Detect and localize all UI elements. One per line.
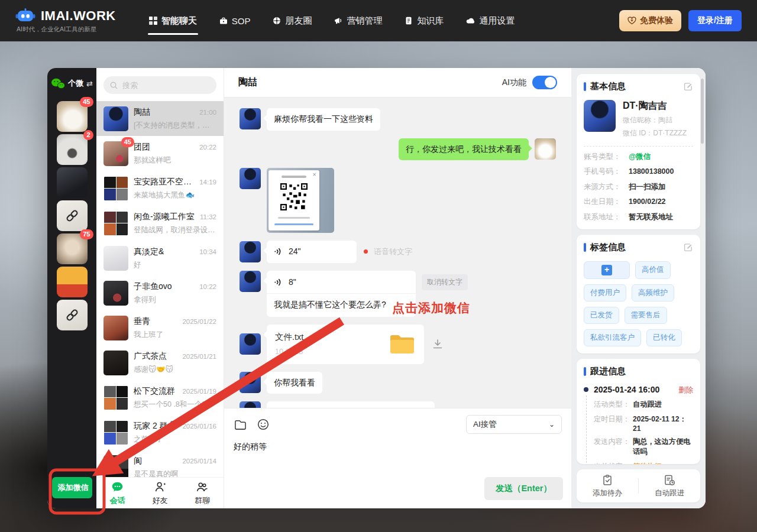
- chat-list-item[interactable]: 玩家 2 群2025/01/16 之前…了: [96, 415, 224, 450]
- people-icon: [196, 481, 209, 494]
- basic-info-title: 基本信息: [590, 81, 626, 92]
- add-wechat-button[interactable]: 添加微信: [52, 477, 92, 498]
- brand-tagline: AI时代，企业化AI工具的新星: [17, 25, 116, 34]
- tag[interactable]: 需要售后: [625, 307, 667, 324]
- tag[interactable]: 私欲引流客户: [584, 329, 641, 346]
- account-avatar-puppet[interactable]: [57, 267, 88, 297]
- message-time: 2025/01/22: [182, 318, 216, 325]
- tab-label: 群聊: [195, 495, 210, 506]
- chat-list-item[interactable]: 松下交流群2025/01/19 想买一个50 .8和一个80: [96, 380, 224, 415]
- chat-list-item[interactable]: 45 团团20:22 那就这样吧: [96, 136, 224, 171]
- wxid-value: DT·TZZZZ: [653, 129, 687, 137]
- folder-file-icon: [389, 333, 416, 355]
- unread-badge: 2: [83, 130, 93, 140]
- switch-account-icon[interactable]: ⇄: [86, 79, 93, 88]
- tab-conversations[interactable]: 会话: [96, 481, 139, 506]
- tag[interactable]: 高频维护: [632, 284, 674, 301]
- message-snippet: 那就这样吧: [134, 155, 216, 166]
- add-tag-button[interactable]: +: [584, 261, 630, 279]
- contact-name: 子非鱼ovo: [134, 281, 172, 292]
- account-avatar-cat-meme[interactable]: 2: [57, 134, 88, 165]
- tag[interactable]: 高价值: [635, 261, 671, 279]
- chat-list-item[interactable]: 闲鱼-源曦工作室11:32 登陆战网，取消登录设备…: [96, 206, 224, 241]
- voice-message-with-transcript[interactable]: 8" 我就是搞不懂它这个要怎么弄?: [267, 271, 416, 317]
- tab-label: 好友: [153, 495, 168, 506]
- account-avatar-silhouette[interactable]: [57, 167, 88, 198]
- account-avatar-chain-link[interactable]: [57, 200, 88, 231]
- info-value: @微信: [629, 152, 651, 162]
- cancel-transcribe-button[interactable]: 取消转文字: [422, 274, 468, 290]
- search-input[interactable]: [121, 80, 195, 90]
- attach-folder-icon[interactable]: [234, 419, 247, 431]
- self-avatar: [535, 138, 556, 160]
- ai-toggle[interactable]: [532, 76, 557, 89]
- moments-icon: [273, 17, 281, 25]
- unread-badge: 45: [80, 97, 93, 107]
- add-todo-button[interactable]: 添加待办: [577, 474, 638, 498]
- tag[interactable]: 付费用户: [584, 284, 626, 301]
- wechat-icon: [51, 78, 65, 89]
- message-time: 20:22: [199, 144, 216, 151]
- tag[interactable]: 已发货: [584, 307, 619, 324]
- nav-tab-moments[interactable]: 朋友圈: [273, 0, 312, 41]
- chat-list-item[interactable]: 广式茶点2025/01/21 感谢😽🤝😽: [96, 345, 224, 380]
- image-message[interactable]: ✕: [267, 168, 334, 233]
- followup-value: 陶总，这边方便电话吗: [633, 437, 693, 457]
- nickname-value: 陶喆: [658, 116, 672, 124]
- followup-label: 当前状态：: [594, 462, 633, 465]
- download-icon[interactable]: [432, 339, 443, 349]
- chat-panel: 陶喆 AI功能 麻烦你帮我看一下这些资料 行，你发过来吧，我让技术看看: [224, 68, 571, 508]
- message-time: 2025/01/19: [182, 388, 216, 395]
- message-time: 2025/01/14: [182, 458, 216, 465]
- chat-list-item[interactable]: 陶喆21:00 [不支持的消息类型，请…: [96, 101, 224, 136]
- nav-tab-knowledge[interactable]: 知识库: [405, 0, 444, 41]
- chat-list-item[interactable]: 垂青2025/01/22 我上班了: [96, 310, 224, 345]
- free-trial-button[interactable]: 免费体验: [619, 10, 681, 31]
- followup-label: 发送内容：: [594, 437, 633, 447]
- voice-message[interactable]: 24": [267, 241, 357, 263]
- clipboard-check-icon: [601, 474, 613, 486]
- tags-title: 标签信息: [590, 242, 626, 253]
- auto-followup-button[interactable]: 自动跟进: [639, 474, 700, 498]
- outgoing-message: 行，你发过来吧，我让技术看看: [240, 138, 556, 161]
- followup-card: 跟进信息 2025-01-24 16:00删除 活动类型：自动跟进 定时日期：2…: [577, 359, 700, 465]
- nav-tab-marketing[interactable]: 营销管理: [334, 0, 382, 41]
- tag[interactable]: 已转化: [646, 329, 682, 346]
- account-avatar-dog[interactable]: 45: [57, 101, 88, 132]
- contact-avatar: [103, 281, 128, 306]
- nav-tab-settings[interactable]: 通用设置: [466, 0, 515, 41]
- delete-link[interactable]: 删除: [678, 385, 693, 395]
- file-message[interactable]: 文件.txt 10.27KB: [267, 325, 424, 364]
- message-snippet: 登陆战网，取消登录设备…: [134, 225, 216, 235]
- send-button[interactable]: 发送（Enter）: [484, 477, 563, 500]
- account-avatar-siamese-cat[interactable]: 75: [57, 233, 88, 264]
- chat-list-item[interactable]: 真淡定&10:34 好: [96, 241, 224, 275]
- edit-icon[interactable]: [683, 242, 693, 252]
- scrollbar-thumb[interactable]: [701, 79, 704, 144]
- voice-to-text-action[interactable]: 语音转文字: [374, 246, 412, 257]
- emoji-icon[interactable]: [257, 418, 270, 431]
- nickname-label: 微信昵称：: [623, 116, 658, 124]
- search-box[interactable]: [103, 76, 216, 94]
- login-register-button[interactable]: 登录/注册: [688, 10, 742, 31]
- tab-friends[interactable]: 好友: [139, 481, 182, 506]
- chat-list-item[interactable]: 子非鱼ovo10:22 拿得到: [96, 275, 224, 310]
- file-size: 10.27KB: [275, 347, 379, 358]
- followup-status: 等待执行: [633, 462, 662, 465]
- message-snippet: 拿得到: [134, 295, 216, 305]
- ai-mode-select[interactable]: AI接管 ⌄: [466, 415, 562, 434]
- message-input[interactable]: 好的稍等: [234, 442, 562, 452]
- contact-name: 阆: [134, 456, 142, 466]
- heart-gem-icon: [627, 17, 636, 25]
- message-bubble: 麻烦你帮我看一下这些资料: [267, 108, 380, 131]
- nav-tab-label: 知识库: [417, 15, 444, 27]
- chat-list-item[interactable]: 宝安路亚不空军…14:19 来菜地搞大黑鱼🐟: [96, 171, 224, 206]
- wxid-label: 微信 ID：: [623, 129, 653, 137]
- nav-tab-sop[interactable]: SOP: [219, 0, 251, 41]
- edit-icon[interactable]: [683, 82, 693, 92]
- tab-groups[interactable]: 群聊: [181, 481, 224, 506]
- dashed-divider: [584, 146, 693, 147]
- nav-tab-smart-chat[interactable]: 智能聊天: [149, 0, 197, 41]
- account-avatar-chain-link[interactable]: [57, 300, 88, 330]
- conversation-list: 陶喆21:00 [不支持的消息类型，请… 45 团团20:22 那就这样吧 宝安…: [96, 101, 224, 486]
